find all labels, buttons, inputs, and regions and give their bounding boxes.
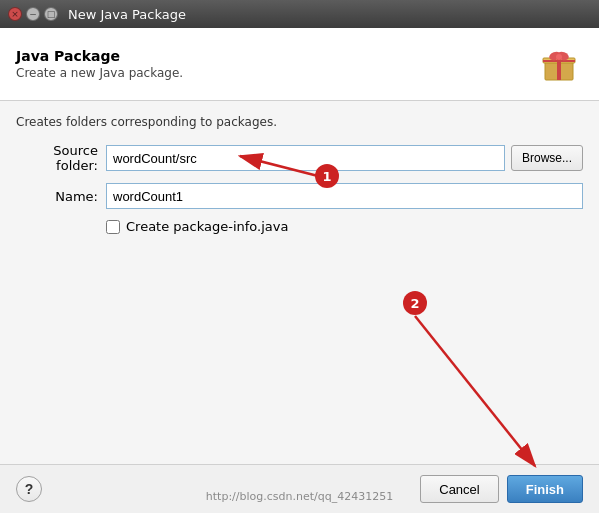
dialog-content: Creates folders corresponding to package… <box>0 101 599 464</box>
package-icon <box>539 44 579 84</box>
dialog-icon <box>535 40 583 88</box>
dialog-description: Creates folders corresponding to package… <box>16 115 583 129</box>
checkbox-row: Create package-info.java <box>106 219 583 234</box>
svg-point-6 <box>556 54 562 60</box>
titlebar-controls: × − □ <box>8 7 58 21</box>
browse-button[interactable]: Browse... <box>511 145 583 171</box>
maximize-button[interactable]: □ <box>44 7 58 21</box>
source-folder-input[interactable] <box>106 145 505 171</box>
dialog-header-text: Java Package Create a new Java package. <box>16 48 183 80</box>
dialog: Java Package Create a new Java package. <box>0 28 599 513</box>
footer-left: ? <box>16 476 42 502</box>
source-folder-label: Source folder: <box>16 143 106 173</box>
name-row: Name: <box>16 183 583 209</box>
name-input[interactable] <box>106 183 583 209</box>
minimize-button[interactable]: − <box>26 7 40 21</box>
window-title: New Java Package <box>68 7 186 22</box>
cancel-button[interactable]: Cancel <box>420 475 498 503</box>
dialog-subtitle: Create a new Java package. <box>16 66 183 80</box>
help-button[interactable]: ? <box>16 476 42 502</box>
svg-rect-3 <box>543 60 575 62</box>
name-label: Name: <box>16 189 106 204</box>
package-info-checkbox[interactable] <box>106 220 120 234</box>
dialog-title: Java Package <box>16 48 183 64</box>
source-folder-row: Source folder: Browse... <box>16 143 583 173</box>
close-button[interactable]: × <box>8 7 22 21</box>
finish-button[interactable]: Finish <box>507 475 583 503</box>
dialog-footer: ? Cancel Finish <box>0 464 599 513</box>
dialog-header: Java Package Create a new Java package. <box>0 28 599 101</box>
checkbox-label: Create package-info.java <box>126 219 288 234</box>
titlebar: × − □ New Java Package <box>0 0 599 28</box>
footer-right: Cancel Finish <box>420 475 583 503</box>
